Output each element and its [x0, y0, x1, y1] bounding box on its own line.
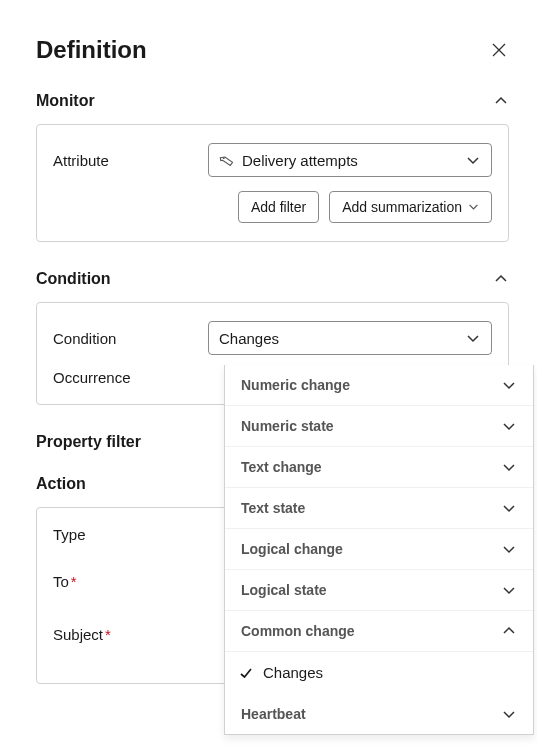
condition-label: Condition — [53, 330, 208, 347]
dropdown-group-label: Numeric change — [241, 377, 350, 393]
condition-select[interactable]: Changes — [208, 321, 492, 355]
add-summarization-button[interactable]: Add summarization — [329, 191, 492, 223]
dropdown-group-logical-change[interactable]: Logical change — [225, 529, 533, 570]
tag-icon — [219, 153, 234, 168]
chevron-down-icon — [501, 500, 517, 516]
monitor-section-header[interactable]: Monitor — [36, 92, 509, 110]
action-title: Action — [36, 475, 86, 493]
chevron-down-icon — [501, 459, 517, 475]
chevron-up-icon — [493, 93, 509, 109]
dropdown-group-logical-state[interactable]: Logical state — [225, 570, 533, 611]
chevron-down-icon — [465, 152, 481, 168]
dropdown-group-label: Text state — [241, 500, 305, 516]
page-title: Definition — [36, 36, 147, 64]
dropdown-group-numeric-state[interactable]: Numeric state — [225, 406, 533, 447]
chevron-down-icon — [468, 199, 479, 215]
chevron-down-icon — [501, 582, 517, 598]
dropdown-group-numeric-change[interactable]: Numeric change — [225, 365, 533, 406]
add-summarization-label: Add summarization — [342, 199, 462, 215]
svg-point-2 — [223, 157, 225, 159]
property-filter-title: Property filter — [36, 433, 141, 451]
dropdown-group-text-change[interactable]: Text change — [225, 447, 533, 488]
to-label: To* — [53, 573, 208, 590]
attribute-label: Attribute — [53, 152, 208, 169]
dropdown-group-label: Heartbeat — [241, 706, 306, 722]
attribute-value: Delivery attempts — [242, 152, 358, 169]
subject-label: Subject* — [53, 626, 208, 643]
condition-section-header[interactable]: Condition — [36, 270, 509, 288]
monitor-section-body: Attribute Delivery attempts — [36, 124, 509, 242]
dropdown-item-changes[interactable]: Changes — [225, 652, 533, 693]
dropdown-item-label: Changes — [263, 664, 323, 681]
attribute-select[interactable]: Delivery attempts — [208, 143, 492, 177]
chevron-down-icon — [501, 418, 517, 434]
monitor-title: Monitor — [36, 92, 95, 110]
check-icon — [239, 666, 255, 680]
add-filter-label: Add filter — [251, 199, 306, 215]
chevron-down-icon — [501, 541, 517, 557]
type-label: Type — [53, 526, 208, 543]
dropdown-group-heartbeat[interactable]: Heartbeat — [225, 693, 533, 734]
occurrence-label: Occurrence — [53, 369, 208, 386]
dropdown-group-label: Logical change — [241, 541, 343, 557]
chevron-down-icon — [501, 706, 517, 722]
condition-dropdown: Numeric change Numeric state Text change… — [224, 365, 534, 735]
chevron-down-icon — [501, 377, 517, 393]
dropdown-group-common-change[interactable]: Common change — [225, 611, 533, 652]
condition-value: Changes — [219, 330, 279, 347]
close-icon — [491, 42, 507, 58]
chevron-up-icon — [501, 623, 517, 639]
add-filter-button[interactable]: Add filter — [238, 191, 319, 223]
chevron-up-icon — [493, 271, 509, 287]
dropdown-group-label: Numeric state — [241, 418, 334, 434]
dropdown-group-label: Logical state — [241, 582, 327, 598]
chevron-down-icon — [465, 330, 481, 346]
dropdown-group-text-state[interactable]: Text state — [225, 488, 533, 529]
close-button[interactable] — [489, 40, 509, 60]
condition-title: Condition — [36, 270, 111, 288]
dropdown-group-label: Common change — [241, 623, 355, 639]
dropdown-group-label: Text change — [241, 459, 322, 475]
